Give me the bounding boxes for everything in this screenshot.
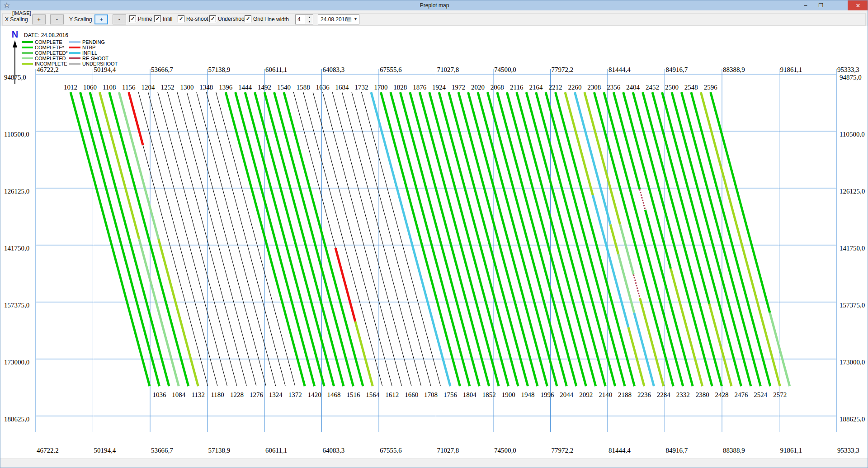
survey-line-2356-re-shoot <box>640 189 645 210</box>
line-number-bottom: 2428 <box>715 391 729 398</box>
x-axis-label-top: 95333,3 <box>837 66 859 73</box>
line-number-bottom: 1372 <box>288 391 302 398</box>
line-number-top: 2356 <box>607 84 621 91</box>
checkmark-icon[interactable]: ✓ <box>178 15 184 22</box>
survey-line-2524-complete <box>681 92 760 386</box>
survey-line-1876-complete <box>420 92 499 386</box>
survey-line-2380-incomplete <box>671 269 703 386</box>
title-bar[interactable]: Preplot map – ❐ ✕ <box>0 0 868 10</box>
survey-line-1084-completed <box>139 239 179 386</box>
y-axis-label-left: 157375,0 <box>4 302 29 309</box>
checkmark-icon[interactable]: ✓ <box>209 15 216 22</box>
line-number-top: 2164 <box>529 84 543 91</box>
line-number-top: 1972 <box>452 84 465 91</box>
x-axis-label-top: 88388,9 <box>723 66 745 73</box>
y-scale-plus-button[interactable]: + <box>94 14 108 24</box>
survey-line-1636-preplot <box>323 92 402 386</box>
y-scale-minus-button[interactable]: - <box>113 14 126 24</box>
checkbox-grid[interactable]: ✓Grid <box>245 15 264 22</box>
line-number-bottom: 1564 <box>366 391 380 398</box>
line-number-top: 1876 <box>413 84 427 91</box>
survey-line-2596-complete <box>711 92 770 313</box>
line-number-top: 1156 <box>122 84 136 91</box>
x-axis-label-top: 81444,4 <box>609 66 631 73</box>
line-width-label: Line width <box>264 16 289 23</box>
window-title: Preplot map <box>0 2 868 9</box>
x-scale-plus-button[interactable]: + <box>32 14 46 24</box>
survey-line-2188-complete <box>546 92 625 386</box>
close-button[interactable]: ✕ <box>848 0 868 10</box>
line-number-top: 2404 <box>626 84 640 91</box>
survey-line-2500-complete <box>672 92 751 386</box>
line-number-bottom: 1036 <box>152 391 166 398</box>
chevron-down-icon[interactable]: ▼ <box>354 17 358 21</box>
checkbox-reshoot[interactable]: ✓Re-shoot <box>178 15 208 22</box>
survey-line-1804-complete <box>391 92 470 386</box>
checkmark-icon[interactable]: ✓ <box>129 15 136 22</box>
y-axis-label-right: 188625,0 <box>840 416 865 423</box>
spinner-down-icon[interactable]: ▼ <box>306 19 313 24</box>
preplot-map-canvas[interactable]: 46722,246722,250194,450194,453666,753666… <box>0 0 868 468</box>
survey-line-1132-completed <box>119 92 159 239</box>
line-number-bottom: 1660 <box>405 391 418 398</box>
line-number-top: 1732 <box>355 84 368 91</box>
spinner-up-icon[interactable]: ▲ <box>306 15 313 19</box>
checkbox-undershoot[interactable]: ✓Undershoot <box>209 15 246 22</box>
checkbox-label: Prime <box>138 16 152 22</box>
legend-label: PENDING <box>82 39 105 45</box>
legend-label: COMPLETED* <box>35 50 68 56</box>
survey-line-1132-incomplete <box>159 239 198 386</box>
date-picker[interactable]: 24.08.2016 ▦ ▼ <box>318 14 359 24</box>
line-number-bottom: 1612 <box>385 391 399 398</box>
survey-line-2020-complete <box>478 92 557 386</box>
checkmark-icon[interactable]: ✓ <box>154 15 161 22</box>
survey-line-2260-infill <box>575 92 610 225</box>
checkbox-infill[interactable]: ✓Infill <box>154 15 172 22</box>
line-number-bottom: 1276 <box>250 391 264 398</box>
north-label: N <box>12 29 18 39</box>
survey-line-1228-preplot <box>158 92 237 386</box>
x-axis-label-top: 60611,1 <box>265 66 287 73</box>
line-number-bottom: 1468 <box>327 391 341 398</box>
line-width-spinner[interactable]: 4 ▲▼ <box>295 14 313 24</box>
line-number-bottom: 1948 <box>521 391 535 398</box>
line-number-top: 2260 <box>568 84 581 91</box>
checkmark-icon[interactable]: ✓ <box>245 15 251 22</box>
survey-line-2140-complete <box>526 92 605 386</box>
line-number-bottom: 2332 <box>676 391 690 398</box>
line-number-bottom: 1900 <box>502 391 515 398</box>
legend-label: RE-SHOOT <box>82 56 108 61</box>
line-number-top: 1828 <box>393 84 407 91</box>
x-axis-label-bottom: 60611,1 <box>265 447 287 454</box>
survey-line-1732-preplot <box>362 92 441 386</box>
survey-line-1924-complete <box>439 92 518 386</box>
minimize-button[interactable]: – <box>799 0 812 10</box>
calendar-icon: ▦ <box>346 16 352 23</box>
toolbar: [IMAGE] X Scaling + - Y Scaling + - ✓Pri… <box>0 10 868 26</box>
line-number-bottom: 2188 <box>618 391 632 398</box>
line-number-top: 1924 <box>432 84 446 91</box>
legend-label: COMPLETE* <box>35 45 65 50</box>
survey-line-1780-complete <box>381 92 460 386</box>
x-axis-label-top: 50194,4 <box>94 66 116 73</box>
line-number-bottom: 1084 <box>172 391 186 398</box>
line-number-top: 1396 <box>219 84 233 91</box>
x-scale-minus-button[interactable]: - <box>50 14 64 24</box>
x-axis-label-top: 57138,9 <box>208 66 231 73</box>
survey-line-2428-complete <box>643 92 722 386</box>
line-number-bottom: 1132 <box>192 391 205 398</box>
status-bar <box>0 459 868 468</box>
x-axis-label-top: 46722,2 <box>37 66 59 73</box>
line-number-top: 1108 <box>103 84 116 91</box>
survey-line-1420-complete <box>236 92 315 386</box>
survey-line-2260-completed <box>618 254 634 313</box>
survey-line-1108-complete <box>109 92 189 386</box>
maximize-button[interactable]: ❐ <box>814 0 828 10</box>
survey-line-1900-complete <box>429 92 509 386</box>
x-axis-label-bottom: 77972,2 <box>552 447 574 454</box>
line-number-bottom: 1756 <box>443 391 458 398</box>
survey-line-2476-complete <box>662 92 741 386</box>
checkbox-prime[interactable]: ✓Prime <box>129 15 152 22</box>
x-axis-label-bottom: 88388,9 <box>723 447 745 454</box>
line-number-bottom: 2380 <box>696 391 709 398</box>
